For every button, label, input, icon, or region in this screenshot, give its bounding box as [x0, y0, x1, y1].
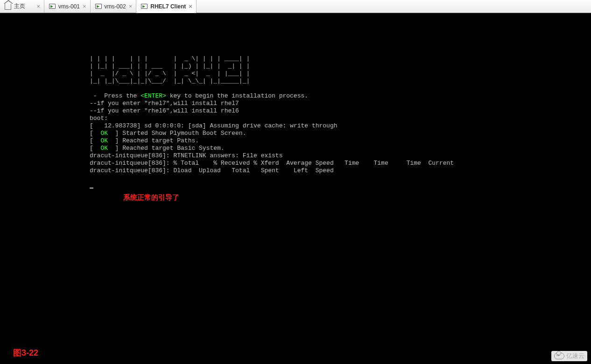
- tab-rhel7-client[interactable]: RHEL7 Client ×: [136, 0, 197, 13]
- ascii-art-line: | |_| | ___| | | ___ | |_) | |_| | _| | …: [90, 63, 250, 70]
- tab-vms-002[interactable]: vms-002 ×: [91, 0, 137, 13]
- ok-badge: OK: [100, 145, 108, 152]
- dracut-line: dracut-initqueue[836]: % Total % Receive…: [90, 160, 454, 167]
- tab-vms-001[interactable]: vms-001 ×: [44, 0, 91, 13]
- watermark-text: 亿速云: [566, 352, 584, 360]
- cursor-icon: [90, 188, 93, 189]
- tab-label: RHEL7 Client: [150, 3, 186, 10]
- hint-rhel6: --if you enter "rhel6",will install rhel…: [90, 107, 239, 114]
- ascii-art-line: | _ |/ _ \ | |/ _ \ | _ <| _ | |___| |: [90, 70, 250, 77]
- annotation-message: 系统正常的引导了: [123, 193, 179, 202]
- vm-icon: [49, 4, 56, 9]
- ok-line: [ OK ] Reached target Paths.: [90, 137, 199, 144]
- hint-rhel7: --if you enter "rhel7",will install rhel…: [90, 100, 239, 107]
- vm-icon: [95, 4, 102, 9]
- tab-bar: 主页 × vms-001 × vms-002 × RHEL7 Client ×: [0, 0, 591, 13]
- dracut-line: dracut-initqueue[836]: Dload Upload Tota…: [90, 167, 334, 174]
- tab-label: vms-002: [105, 3, 126, 10]
- close-icon[interactable]: ×: [129, 3, 133, 9]
- vm-console[interactable]: | | | | | | | | _ \| | | | ____| | | |_|…: [0, 13, 591, 364]
- home-icon: [5, 3, 11, 10]
- close-icon[interactable]: ×: [83, 3, 86, 9]
- watermark: 亿速云: [551, 351, 587, 361]
- ok-badge: OK: [100, 130, 108, 137]
- ok-badge: OK: [100, 137, 108, 144]
- close-icon[interactable]: ×: [36, 3, 40, 9]
- close-icon[interactable]: ×: [189, 3, 192, 9]
- cloud-icon: [554, 353, 564, 359]
- vm-icon: [141, 4, 148, 9]
- ascii-art-line: |_| |_|\___|_|_|\___/ |_| \_\_| |_|_____…: [90, 77, 250, 84]
- tab-home[interactable]: 主页 ×: [0, 0, 44, 13]
- press-suffix: key to begin the installation process.: [166, 92, 308, 99]
- tab-label: 主页: [14, 2, 25, 10]
- enter-key-hint: <ENTER>: [141, 92, 166, 99]
- tab-label: vms-001: [58, 3, 80, 10]
- boot-prompt: boot:: [90, 115, 108, 122]
- ascii-art-line: | | | | | | | | _ \| | | | ____| |: [90, 55, 250, 62]
- ok-line: [ OK ] Reached target Basic System.: [90, 145, 225, 152]
- figure-caption: 图3-22: [13, 347, 38, 358]
- sd-line: [ 12.983738] sd 0:0:0:0: [sda] Assuming …: [90, 122, 338, 129]
- press-prefix: - Press the: [90, 92, 141, 99]
- ok-line: [ OK ] Started Show Plymouth Boot Screen…: [90, 130, 246, 137]
- dracut-line: dracut-initqueue[836]: RTNETLINK answers…: [90, 152, 282, 159]
